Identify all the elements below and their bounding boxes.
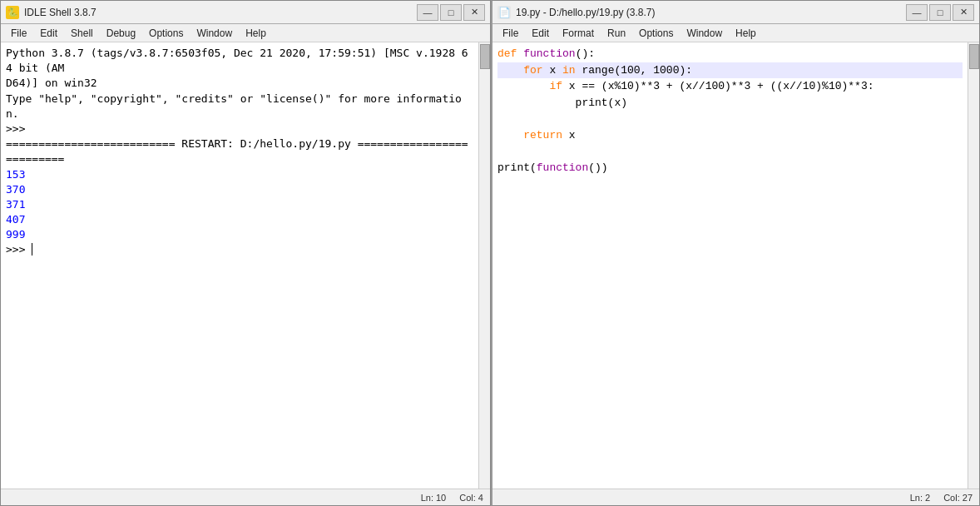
editor-code[interactable]: def function(): for x in range(100, 1000… xyxy=(492,42,968,489)
close-paren: ()) xyxy=(588,161,607,174)
shell-title-left: 🐍 IDLE Shell 3.8.7 xyxy=(6,6,97,19)
condition: x == (x%10)**3 + (x//100)**3 + ((x//10)%… xyxy=(569,80,874,92)
editor-title-left: 📄 19.py - D:/hello.py/19.py (3.8.7) xyxy=(497,6,655,19)
shell-prompt-2: >>> xyxy=(6,242,473,257)
fn-function-call: function xyxy=(537,161,588,174)
shell-output-371: 371 xyxy=(6,197,473,212)
shell-status-bar: Ln: 10 Col: 4 xyxy=(1,489,490,505)
shell-info-line2: D64)] on win32 xyxy=(6,76,473,91)
print-fn-call: print( xyxy=(497,161,537,174)
editor-window-controls: — □ ✕ xyxy=(906,4,974,21)
shell-menu-file[interactable]: File xyxy=(4,27,33,40)
code-line-3: if x == (x%10)**3 + (x//100)**3 + ((x//1… xyxy=(497,78,963,95)
editor-close-button[interactable]: ✕ xyxy=(953,4,974,21)
shell-title-text: IDLE Shell 3.8.7 xyxy=(24,7,97,18)
shell-menu-edit[interactable]: Edit xyxy=(33,27,64,40)
var-x: x xyxy=(549,64,562,77)
editor-status-col: Col: 27 xyxy=(943,493,973,503)
shell-scrollbar[interactable] xyxy=(478,42,490,489)
fn-function: function xyxy=(523,47,575,60)
shell-status-col: Col: 4 xyxy=(459,493,483,503)
shell-output-407: 407 xyxy=(6,212,473,227)
editor-scrollbar-thumb[interactable] xyxy=(969,44,979,69)
shell-menu-help[interactable]: Help xyxy=(239,27,273,40)
editor-title-bar: 📄 19.py - D:/hello.py/19.py (3.8.7) — □ … xyxy=(492,1,979,24)
shell-icon: 🐍 xyxy=(6,6,19,19)
shell-output-370: 370 xyxy=(6,182,473,197)
code-line-7 xyxy=(497,143,963,160)
kw-for: for xyxy=(497,64,549,77)
code-line-4: print(x) xyxy=(497,95,963,112)
print-call: print(x) xyxy=(497,97,627,109)
shell-prompt-1: >>> xyxy=(6,122,473,136)
idle-shell-window: 🐍 IDLE Shell 3.8.7 — □ ✕ File Edit Shell… xyxy=(0,0,491,506)
plain-paren1: (): xyxy=(576,47,595,60)
shell-maximize-button[interactable]: □ xyxy=(440,4,462,21)
editor-menu-window[interactable]: Window xyxy=(680,27,729,40)
shell-info-line1: Python 3.8.7 (tags/v3.8.7:6503f05, Dec 2… xyxy=(6,46,473,76)
shell-info-line3: Type "help", "copyright", "credits" or "… xyxy=(6,92,473,122)
shell-minimize-button[interactable]: — xyxy=(417,4,438,21)
editor-window: 📄 19.py - D:/hello.py/19.py (3.8.7) — □ … xyxy=(491,0,980,506)
code-line-8: print(function()) xyxy=(497,160,963,176)
return-val: x xyxy=(569,129,576,141)
editor-maximize-button[interactable]: □ xyxy=(929,4,951,21)
editor-status-ln: Ln: 2 xyxy=(910,493,930,503)
editor-menu-edit[interactable]: Edit xyxy=(525,27,556,40)
shell-restart-line: ========================== RESTART: D:/h… xyxy=(6,136,473,166)
code-line-6: return x xyxy=(497,127,963,144)
shell-menu-options[interactable]: Options xyxy=(142,27,190,40)
editor-content-area: def function(): for x in range(100, 1000… xyxy=(492,42,979,489)
kw-def: def xyxy=(497,47,523,60)
shell-output-999: 999 xyxy=(6,227,473,242)
code-line-5 xyxy=(497,111,963,127)
shell-window-controls: — □ ✕ xyxy=(417,4,485,21)
editor-menu-options[interactable]: Options xyxy=(632,27,680,40)
shell-status-ln: Ln: 10 xyxy=(421,493,447,503)
editor-icon: 📄 xyxy=(497,6,511,19)
shell-output-153: 153 xyxy=(6,167,473,182)
kw-in: in xyxy=(562,64,582,77)
shell-menu-window[interactable]: Window xyxy=(190,27,239,40)
editor-menu-run[interactable]: Run xyxy=(601,27,632,40)
shell-close-button[interactable]: ✕ xyxy=(463,4,485,21)
shell-menu-debug[interactable]: Debug xyxy=(100,27,142,40)
editor-menu-help[interactable]: Help xyxy=(729,27,763,40)
editor-minimize-button[interactable]: — xyxy=(906,4,928,21)
shell-output[interactable]: Python 3.8.7 (tags/v3.8.7:6503f05, Dec 2… xyxy=(1,42,478,489)
shell-title-bar: 🐍 IDLE Shell 3.8.7 — □ ✕ xyxy=(1,1,490,24)
editor-menu-file[interactable]: File xyxy=(496,27,525,40)
kw-if: if xyxy=(497,80,569,92)
editor-menu-bar: File Edit Format Run Options Window Help xyxy=(492,24,979,42)
shell-menu-shell[interactable]: Shell xyxy=(64,27,100,40)
editor-title-text: 19.py - D:/hello.py/19.py (3.8.7) xyxy=(516,7,655,18)
editor-scrollbar[interactable] xyxy=(968,42,979,489)
kw-return: return xyxy=(497,129,569,141)
shell-scrollbar-thumb[interactable] xyxy=(480,44,490,69)
editor-status-bar: Ln: 2 Col: 27 xyxy=(492,489,979,505)
code-line-2: for x in range(100, 1000): xyxy=(497,62,963,79)
shell-content-area: Python 3.8.7 (tags/v3.8.7:6503f05, Dec 2… xyxy=(1,42,490,489)
shell-menu-bar: File Edit Shell Debug Options Window Hel… xyxy=(1,24,490,42)
code-line-1: def function(): xyxy=(497,46,963,62)
editor-menu-format[interactable]: Format xyxy=(556,27,601,40)
builtin-range: range(100, 1000): xyxy=(582,64,692,77)
